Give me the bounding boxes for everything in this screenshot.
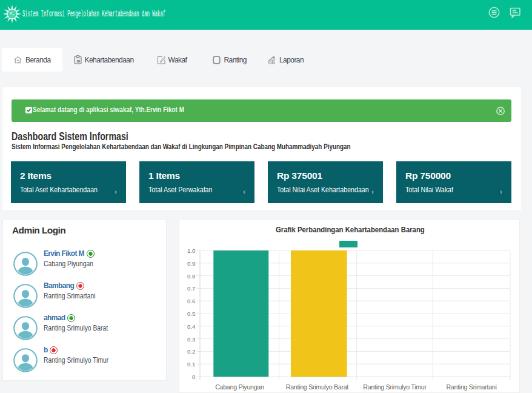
- svg-text:0.7: 0.7: [187, 285, 195, 292]
- svg-text:Ranting Srimulyo Barat: Ranting Srimulyo Barat: [286, 383, 349, 391]
- svg-text:0: 0: [192, 374, 196, 380]
- svg-text:Cabang Piyungan: Cabang Piyungan: [215, 383, 264, 391]
- svg-text:0.5: 0.5: [187, 311, 195, 317]
- svg-text:1.0: 1.0: [187, 247, 196, 254]
- svg-text:Ranting Srimulyo Timur: Ranting Srimulyo Timur: [363, 383, 427, 391]
- svg-text:0.4: 0.4: [187, 323, 196, 330]
- svg-text:0.3: 0.3: [187, 336, 195, 343]
- svg-text:0.8: 0.8: [187, 273, 195, 280]
- svg-text:0.9: 0.9: [187, 260, 195, 267]
- svg-text:Ranting Srimartani: Ranting Srimartani: [446, 383, 496, 391]
- svg-text:0.1: 0.1: [187, 361, 195, 368]
- svg-text:0.6: 0.6: [187, 298, 195, 304]
- svg-text:0.2: 0.2: [187, 348, 195, 355]
